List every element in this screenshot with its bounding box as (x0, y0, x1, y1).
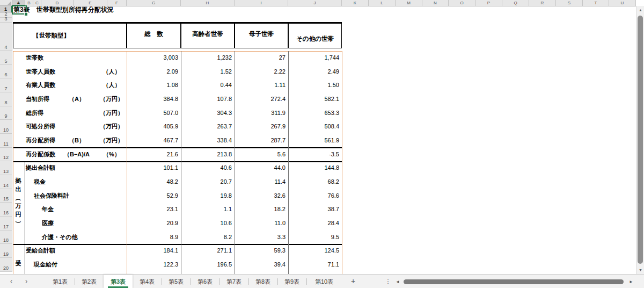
column-header-S[interactable]: S (556, 0, 583, 6)
table-cell-value[interactable]: 124.5 (289, 244, 339, 258)
table-cell-value[interactable]: 3,003 (128, 51, 178, 65)
table-cell-value[interactable]: 1.08 (128, 78, 178, 92)
table-cell-value[interactable]: 8.2 (182, 231, 232, 244)
column-header-C[interactable]: C (33, 0, 41, 6)
row-header-10[interactable]: 10 (0, 120, 12, 134)
table-cell-value[interactable]: 2.09 (128, 65, 178, 79)
scroll-down-icon[interactable]: ▼ (636, 266, 644, 274)
sheet-tab-第2表[interactable]: 第2表 (75, 275, 104, 288)
row-label[interactable]: 可処分所得 (26, 120, 55, 134)
table-cell-value[interactable]: 1.52 (182, 65, 232, 79)
table-cell-value[interactable]: 9.5 (289, 231, 339, 244)
table-cell-value[interactable]: 44.0 (236, 161, 286, 175)
row-label[interactable]: 世帯人員数 (26, 65, 55, 79)
table-cell-value[interactable]: 2.22 (236, 65, 286, 79)
scroll-right-icon[interactable]: ► (629, 279, 633, 284)
column-header-B[interactable]: B (25, 0, 33, 6)
row-label[interactable]: 介護・その他 (42, 231, 78, 244)
table-cell-value[interactable]: 3.3 (236, 231, 286, 244)
row-header-12[interactable]: 12 (0, 148, 12, 162)
sheet-tab-第4表[interactable]: 第4表 (133, 275, 162, 288)
table-cell-value[interactable]: 507.0 (128, 106, 178, 120)
table-cell-value[interactable]: 52.9 (128, 189, 178, 203)
table-cell-value[interactable]: -3.5 (289, 148, 339, 162)
row-header-9[interactable]: 9 (0, 106, 12, 120)
table-cell-value[interactable]: 101.1 (128, 161, 178, 175)
table-cell-value[interactable]: 1.50 (289, 78, 339, 92)
scroll-left-icon[interactable]: ◄ (396, 279, 400, 284)
row-header-5[interactable]: 5 (0, 51, 12, 65)
table-cell-value[interactable]: 1,744 (289, 51, 339, 65)
table-cell-value[interactable]: 11.0 (236, 217, 286, 231)
column-header-O[interactable]: O (449, 0, 475, 6)
row-header-17[interactable]: 17 (0, 217, 12, 231)
table-cell-value[interactable]: 508.4 (289, 120, 339, 134)
table-cell-value[interactable]: 122.3 (128, 258, 178, 272)
table-header-label[interactable]: 【世帯類型】 (13, 23, 127, 48)
table-cell-value[interactable]: 39.4 (236, 258, 286, 272)
table-cell-value[interactable]: 196.5 (182, 258, 232, 272)
row-header-16[interactable]: 16 (0, 203, 12, 217)
column-header-D[interactable]: D (41, 0, 74, 6)
table-header-elderly[interactable]: 高齢者世帯 (181, 23, 235, 48)
row-header-18[interactable]: 18 (0, 231, 12, 244)
table-cell-value[interactable]: 10.6 (182, 217, 232, 231)
table-cell-value[interactable]: 28.4 (289, 217, 339, 231)
table-cell-value[interactable]: 71.1 (289, 258, 339, 272)
row-header-15[interactable]: 15 (0, 189, 12, 203)
table-cell-value[interactable]: 68.2 (289, 175, 339, 189)
column-header-I[interactable]: I (235, 0, 288, 6)
table-cell-value[interactable]: 144.8 (289, 161, 339, 175)
table-cell-value[interactable]: 311.9 (236, 106, 286, 120)
table-cell-value[interactable]: 20.9 (128, 217, 178, 231)
column-header-M[interactable]: M (396, 0, 422, 6)
table-cell-value[interactable]: 1.11 (236, 78, 286, 92)
prev-sheet-icon[interactable]: ‹ (6, 275, 16, 288)
row-label[interactable]: 医療 (42, 217, 54, 231)
column-header-P[interactable]: P (475, 0, 502, 6)
row-label[interactable]: 税金 (34, 175, 46, 189)
vertical-scrollbar-thumb[interactable] (638, 16, 643, 264)
row-header-8[interactable]: 8 (0, 92, 12, 106)
table-cell-value[interactable]: 5.6 (236, 148, 286, 162)
sheet-tab-第6表[interactable]: 第6表 (191, 275, 219, 288)
table-cell-value[interactable]: 271.1 (182, 244, 232, 258)
row-label[interactable]: 再分配係数 (26, 148, 55, 162)
sheet-tab-第8表[interactable]: 第8表 (248, 275, 277, 288)
table-cell-value[interactable]: 76.6 (289, 189, 339, 203)
add-sheet-button[interactable]: + (348, 275, 358, 288)
column-header-L[interactable]: L (369, 0, 396, 6)
row-header-14[interactable]: 14 (0, 175, 12, 189)
column-header-H[interactable]: H (181, 0, 235, 6)
column-header-T[interactable]: T (583, 0, 609, 6)
table-header-total[interactable]: 総 数 (127, 23, 181, 48)
table-cell-value[interactable]: 304.3 (182, 106, 232, 120)
column-header-J[interactable]: J (288, 0, 342, 6)
row-header-4[interactable]: 4 (0, 23, 12, 51)
row-label[interactable]: 受給合計額 (26, 244, 55, 258)
table-cell-value[interactable]: 184.1 (128, 244, 178, 258)
row-header-11[interactable]: 11 (0, 134, 12, 148)
column-header-K[interactable]: K (342, 0, 369, 6)
table-cell-value[interactable]: 20.7 (182, 175, 232, 189)
table-header-single-mother[interactable]: 母子世帯 (235, 23, 288, 48)
column-header-Q[interactable]: Q (502, 0, 529, 6)
table-cell-value[interactable]: 0.44 (182, 78, 232, 92)
sheet-tab-第1表[interactable]: 第1表 (46, 275, 75, 288)
table-cell-value[interactable]: 19.8 (182, 189, 232, 203)
table-cell-value[interactable]: 23.1 (128, 203, 178, 217)
table-cell-value[interactable]: 467.7 (128, 134, 178, 148)
table-cell-value[interactable]: 1,232 (182, 51, 232, 65)
row-header-7[interactable]: 7 (0, 78, 12, 92)
table-cell-value[interactable]: 107.8 (182, 92, 232, 106)
row-header-6[interactable]: 6 (0, 65, 12, 79)
table-cell-value[interactable]: 59.3 (236, 244, 286, 258)
column-header-A[interactable]: A (12, 0, 25, 6)
table-cell-value[interactable]: 8.9 (128, 231, 178, 244)
select-all-corner[interactable] (0, 0, 12, 6)
row-header-3[interactable]: 3 (0, 18, 12, 23)
table-cell-value[interactable]: 27 (236, 51, 286, 65)
sheet-tab-第3表[interactable]: 第3表 (104, 275, 133, 288)
table-cell-value[interactable]: 561.9 (289, 134, 339, 148)
row-label[interactable]: 現金給付 (34, 258, 57, 272)
